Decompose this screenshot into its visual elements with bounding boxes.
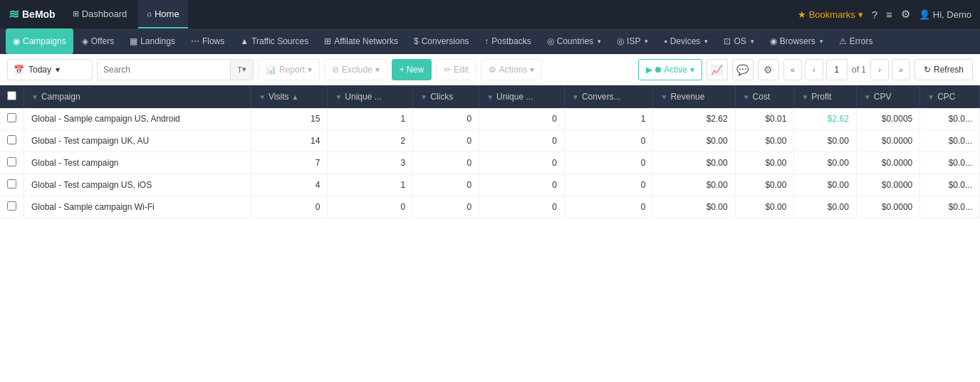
col-unique1-filter-icon: ▼ [335,93,342,101]
actions-button[interactable]: ⚙ Actions ▾ [481,59,542,80]
exclude-button[interactable]: ⊘ Exclude ▾ [324,59,387,80]
tab-home[interactable]: ⌂ Home [138,0,187,28]
sidebar-item-errors[interactable]: ⚠ Errors [832,28,880,54]
sidebar-item-offers[interactable]: ◈ Offers [75,28,121,54]
last-page-button[interactable]: » [892,59,910,80]
row-checkbox-cell[interactable] [0,174,24,196]
sidebar-item-os[interactable]: ⊡ OS ▾ [716,28,761,54]
sidebar-item-affiliate-networks[interactable]: ⊞ Affilate Networks [317,28,405,54]
unique1-value: 0 [328,196,413,218]
bookmarks-button[interactable]: ★ Bookmarks ▾ [798,9,863,20]
exclude-icon: ⊘ [332,65,339,75]
notification-button[interactable]: ≡ [886,9,892,21]
col-conversions[interactable]: ▼ Convers... [565,85,653,108]
select-all-header[interactable] [0,85,24,108]
message-button[interactable]: 💬 [732,59,754,80]
row-checkbox-cell[interactable] [0,130,24,152]
edit-button[interactable]: ✏ Edit [436,59,476,80]
campaign-name: Global - Test campaign [24,152,251,174]
row-checkbox-cell[interactable] [0,152,24,174]
sidebar-item-flows[interactable]: ⋯ Flows [184,28,231,54]
search-input[interactable] [98,60,230,80]
revenue-value: $0.00 [653,196,735,218]
row-checkbox[interactable] [7,179,16,189]
report-button[interactable]: 📊 Report ▾ [258,59,320,80]
conversions-label: Conversions [422,36,469,46]
landings-label: Landings [140,36,175,46]
current-page[interactable]: 1 [826,59,848,80]
errors-label: Errors [850,36,873,46]
sidebar-item-conversions[interactable]: $ Conversions [407,28,476,54]
new-button[interactable]: + New [392,59,432,80]
col-revenue[interactable]: ▼ Revenue [653,85,735,108]
row-checkbox[interactable] [7,135,16,144]
sidebar-item-campaigns[interactable]: ◉ Campaigns [6,28,73,54]
row-checkbox-cell[interactable] [0,196,24,218]
table-row: Global - Sample campaign Wi-Fi 0 0 0 0 0… [0,196,980,218]
col-cpc-label: CPC [937,92,955,102]
logo[interactable]: ≋ BeMob [9,6,56,22]
row-checkbox[interactable] [7,157,16,166]
chart-view-button[interactable]: 📈 [707,59,728,80]
campaign-name: Global - Sample campaign US, Android [24,108,251,130]
col-visits[interactable]: ▼ Visits ▲ [251,85,328,108]
clicks-value: 0 [413,174,479,196]
sidebar-item-devices[interactable]: ▪ Devices ▾ [657,28,715,54]
refresh-button[interactable]: ↻ Refresh [914,59,973,80]
row-checkbox[interactable] [7,201,16,211]
flows-icon: ⋯ [191,36,199,46]
col-visits-filter-icon: ▼ [259,93,266,101]
dashboard-icon: ⊞ [73,9,79,18]
tab-dashboard[interactable]: ⊞ Dashboard [64,0,136,28]
select-all-checkbox[interactable] [7,91,16,100]
col-clicks[interactable]: ▼ Clicks [413,85,479,108]
filter-chevron-icon: ▾ [242,65,246,74]
col-campaign[interactable]: ▼ Campaign [24,85,251,108]
user-menu[interactable]: 👤 Hi, Demo [919,9,971,20]
tab-home-label: Home [155,9,179,19]
sidebar-item-landings[interactable]: ▦ Landings [123,28,182,54]
sidebar-item-isp[interactable]: ◎ ISP ▾ [610,28,655,54]
row-checkbox-cell[interactable] [0,108,24,130]
search-box[interactable]: T ▾ [97,59,254,80]
report-chevron-icon: ▾ [308,65,312,75]
col-clicks-filter-icon: ▼ [420,93,427,101]
toolbar: 📅 Today ▾ T ▾ 📊 Report ▾ ⊘ Exclude ▾ + N… [0,54,980,85]
prev-page-button[interactable]: ‹ [805,59,823,80]
filter-button[interactable]: T ▾ [230,60,253,80]
profit-value: $0.00 [794,196,856,218]
sidebar-item-postbacks[interactable]: ↑ Postbacks [477,28,538,54]
gear-icon: ⚙ [763,64,773,75]
sidebar-item-countries[interactable]: ◎ Countries ▾ [540,28,608,54]
col-cost[interactable]: ▼ Cost [735,85,794,108]
col-cpv[interactable]: ▼ CPV [856,85,919,108]
cost-value: $0.01 [735,108,794,130]
sidebar-item-browsers[interactable]: ◉ Browsers ▾ [763,28,830,54]
report-icon: 📊 [266,65,276,75]
col-profit-label: Profit [811,92,831,102]
active-filter-button[interactable]: ▶ Active ▾ [638,59,702,80]
col-campaign-filter-icon: ▼ [31,93,38,101]
table-row: Global - Test campaign 7 3 0 0 0 $0.00 $… [0,152,980,174]
unique1-value: 2 [328,130,413,152]
unique2-value: 0 [479,108,565,130]
col-profit[interactable]: ▼ Profit [794,85,856,108]
unique1-value: 1 [328,108,413,130]
next-page-button[interactable]: › [870,59,889,80]
sidebar-item-traffic-sources[interactable]: ▲ Traffic Sources [233,28,316,54]
col-unique2[interactable]: ▼ Unique ... [479,85,565,108]
conversions-value: 0 [565,130,653,152]
filter-label: T [237,65,242,74]
cpc-value: $0.0... [920,130,980,152]
settings-button[interactable]: ⚙ [901,8,910,21]
bookmarks-chevron-icon: ▾ [858,9,863,20]
top-nav-right: ★ Bookmarks ▾ ? ≡ ⚙ 👤 Hi, Demo [798,8,971,21]
col-unique1[interactable]: ▼ Unique ... [328,85,413,108]
first-page-button[interactable]: « [783,59,802,80]
date-picker[interactable]: 📅 Today ▾ [7,59,93,80]
settings-col-button[interactable]: ⚙ [758,59,779,80]
row-checkbox[interactable] [7,113,16,122]
isp-icon: ◎ [617,36,624,46]
col-cpc[interactable]: ▼ CPC [920,85,980,108]
help-button[interactable]: ? [872,9,877,21]
